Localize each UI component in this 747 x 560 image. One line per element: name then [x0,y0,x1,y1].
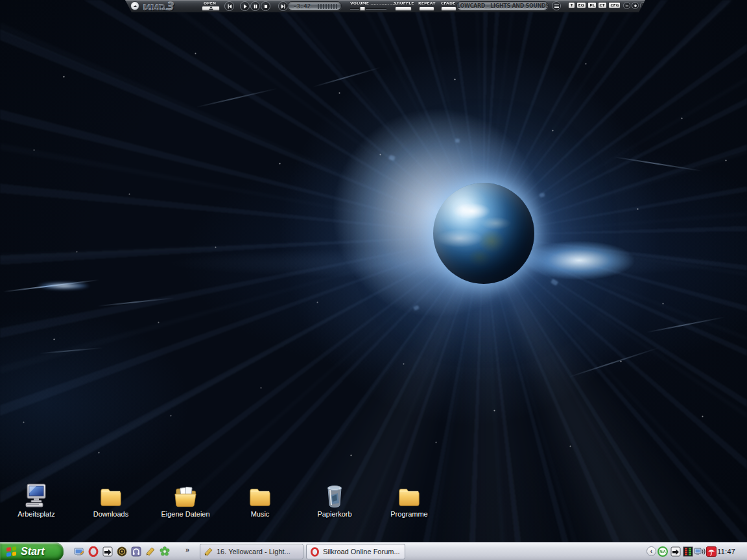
launch-arrow-icon[interactable] [102,546,113,557]
start-button[interactable]: Start [0,542,64,560]
player-minimize-button[interactable] [623,2,630,9]
desktop-icon-label: Programme [382,510,436,518]
cfade-label: CFADE [441,1,455,6]
shuffle-label: SHUFFLE [394,1,414,6]
opera-task-icon [310,547,320,557]
tray-network-icon[interactable] [694,546,706,557]
my-computer-icon [9,482,64,508]
player-tab-cfg[interactable]: CFG [608,2,621,8]
winamp-task-icon [204,547,213,557]
time-display[interactable]: -3:42 [287,1,342,10]
tray-collapse-chevron[interactable]: ‹ [646,546,656,556]
track-title: LOWCARD - LIGHTS AND SOUNDS (3:28) [457,2,548,10]
tray-traffic-meter-icon[interactable] [683,546,693,557]
logo-3: 3 [166,0,174,13]
windows-flag-icon [6,546,16,557]
player-tab-ct[interactable]: CT [598,2,607,8]
player-shade-button[interactable] [632,2,639,9]
taskbar-clock[interactable]: 11:47 [717,542,746,560]
winamp-player-bar: MMD3 WINAMP-PLAYER OPEN -3:42 VOLUME ...… [125,0,645,12]
planet-earth [433,183,534,284]
taskbar-button-opera[interactable]: Silkroad Online Forum... [306,544,405,559]
stars [0,0,1,1]
stop-icon [263,4,268,9]
pause-icon [253,4,258,9]
headphones-icon[interactable] [131,546,141,557]
logo-subtitle: WINAMP-PLAYER [145,8,172,11]
icq-flower-icon[interactable] [160,546,170,557]
light-rays [0,0,747,560]
eject-icon [208,6,214,10]
desktop-icon-eigene-dateien[interactable]: Eigene Dateien [158,482,213,518]
time-digits: -3:42 [293,3,311,10]
previous-icon [227,4,232,9]
asteroid-debris [455,138,460,143]
recycle-bin-icon [307,482,362,508]
tray-style-arrow-icon[interactable] [670,546,681,557]
play-button[interactable] [240,1,250,11]
next-button[interactable] [278,1,288,11]
lens-flare [25,277,102,294]
shuffle-button[interactable] [395,6,412,11]
quicklaunch-overflow-chevron[interactable]: » [185,546,189,554]
task-label: Silkroad Online Forum... [323,548,400,555]
spectrum-analyzer [318,4,337,9]
folder-icon [233,482,287,508]
task-label: 16. Yellowcard - Light... [217,548,290,555]
documents-folder-icon [158,482,213,508]
folder-icon [382,482,436,508]
open-eject-button[interactable] [202,6,220,11]
wallpaper-space [0,0,747,560]
minimize-icon [625,4,629,8]
pause-button[interactable] [250,1,260,11]
volume-slider-track[interactable] [350,8,386,10]
desktop-icon-music[interactable]: Music [233,482,287,518]
tray-temp-na-icon[interactable]: N/A [658,546,668,557]
show-desktop-icon[interactable] [74,546,84,557]
gold-disc-icon[interactable] [117,546,127,557]
player-collapse-button[interactable] [130,1,139,10]
tray-avira-icon[interactable] [706,546,717,557]
next-icon [281,4,286,9]
crossfade-button[interactable] [441,6,456,11]
player-menu-button[interactable] [552,1,561,10]
volume-label: VOLUME ................. [350,1,397,6]
menu-lines-icon [554,5,559,5]
shade-icon [634,4,637,8]
player-tab-t[interactable]: T [568,2,575,8]
previous-button[interactable] [224,1,234,11]
repeat-button[interactable] [419,6,434,11]
folder-icon [84,482,138,508]
desktop-icon-downloads[interactable]: Downloads [84,482,138,518]
desktop-icon-label: Papierkorb [307,510,362,518]
track-title-display[interactable]: LOWCARD - LIGHTS AND SOUNDS (3:28) [456,1,549,10]
winamp-brush-icon[interactable] [145,546,156,557]
player-tab-eq[interactable]: EQ [576,2,586,8]
desktop: MMD3 WINAMP-PLAYER OPEN -3:42 VOLUME ...… [0,0,747,560]
desktop-icon-label: Eigene Dateien [158,510,213,518]
player-logo: MMD3 WINAMP-PLAYER [143,0,174,12]
taskbar: Start [0,542,747,560]
stop-button[interactable] [261,1,270,11]
na-label: N/A [659,550,665,553]
opera-icon[interactable] [88,546,99,557]
volume-slider-handle[interactable] [359,6,366,11]
play-icon [243,4,248,9]
start-label: Start [21,546,44,557]
repeat-label: REPEAT [418,1,435,6]
desktop-icon-papierkorb[interactable]: Papierkorb [307,482,362,518]
taskbar-button-winamp[interactable]: 16. Yellowcard - Light... [200,544,303,559]
desktop-icon-arbeitsplatz[interactable]: Arbeitsplatz [9,482,64,518]
desktop-icon-label: Arbeitsplatz [9,510,64,518]
open-label: OPEN [204,1,216,6]
desktop-icon-label: Downloads [84,510,138,518]
desktop-icon-programme[interactable]: Programme [382,482,436,518]
chevron-up-icon [133,4,137,8]
player-tab-pl[interactable]: PL [587,2,597,8]
desktop-icon-label: Music [233,510,287,518]
